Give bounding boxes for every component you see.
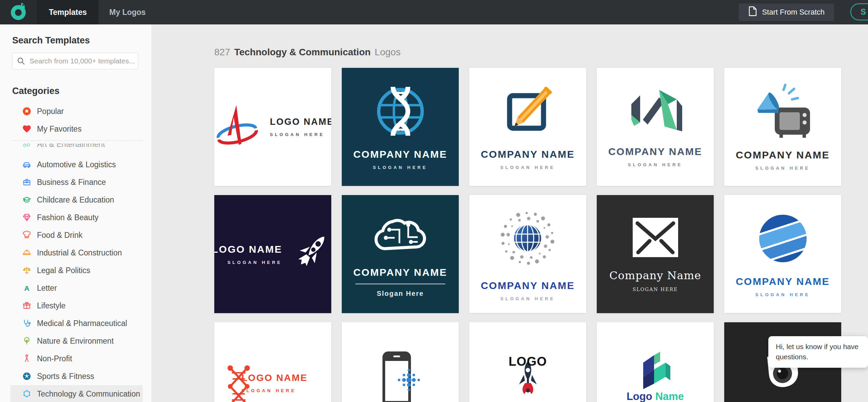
sidebar-item-non-profit[interactable]: Non-Profit (10, 350, 143, 367)
sidebar-item-business-finance[interactable]: Business & Finance (10, 173, 143, 191)
soccer-icon (22, 371, 32, 381)
sidebar-item-label: Industrial & Construction (37, 248, 122, 257)
logo-template-card-9[interactable]: Company NameSLOGAN HERE (597, 195, 714, 313)
sidebar-item-fashion-beauty[interactable]: Fashion & Beauty (10, 209, 143, 226)
logo-title-text: COMPANY NAME (736, 149, 830, 161)
card-layout: LogoNameSLOGAN HERE (597, 322, 714, 402)
sidebar-item-label: Non-Profit (37, 354, 72, 363)
scales-icon (22, 266, 32, 275)
logo-template-card-4[interactable]: COMPANY NAMESLOGAN HERE (597, 68, 714, 186)
sidebar-item-industrial-construction[interactable]: Industrial & Construction (10, 244, 143, 262)
logo-title-text: COMPANY NAME (735, 401, 831, 402)
tab-my-logos[interactable]: My Logos (98, 0, 157, 24)
logo-template-card-8[interactable]: COMPANY NAMESLOGAN HERE (469, 195, 586, 313)
sidebar-item-art-entertainment[interactable]: Art & Entertainment (10, 143, 143, 152)
search-templates-heading: Search Templates (12, 35, 152, 46)
logo-slogan-text: SLOGAN HERE (241, 388, 296, 393)
logo-slogan-text: SLOGAN HERE (270, 132, 324, 137)
megaphone-tv-logo-icon (752, 83, 813, 140)
sign-up-button-partial[interactable]: S (850, 3, 868, 20)
tab-templates[interactable]: Templates (37, 0, 98, 24)
sidebar-item-label: Popular (37, 107, 64, 116)
logo-slogan-text: SLOGAN HERE (500, 165, 555, 170)
dotted-globe-logo-icon (496, 207, 559, 271)
logo-slogan-text: SLOGAN HERE (755, 292, 810, 297)
envelope-logo-icon (630, 216, 681, 260)
logo-template-card-13[interactable]: LOGONAME (469, 322, 586, 402)
card-layout: LOGO NAMESLOGAN HERE (214, 322, 331, 402)
sidebar-item-automotive-logistics[interactable]: Automotive & Logistics (10, 156, 143, 173)
sidebar-item-technology-communication[interactable]: Technology & Communication (10, 385, 143, 402)
sidebar-item-popular[interactable]: Popular (10, 102, 143, 120)
sidebar-item-label: Food & Drink (37, 231, 82, 240)
search-input[interactable] (12, 53, 138, 70)
sidebar-item-label: Legal & Politics (37, 266, 90, 275)
sidebar-item-letter[interactable]: ALetter (10, 279, 143, 297)
title-underline (355, 284, 445, 284)
logo-title-text: COMPANY NAME (736, 276, 830, 287)
logo-template-card-14[interactable]: LogoNameSLOGAN HERE (597, 322, 714, 402)
category-list: PopularMy FavoritesArt & EntertainmentAu… (0, 102, 152, 402)
sidebar-item-label: Technology & Communication (37, 389, 140, 399)
card-layout: LOGONAME (469, 322, 586, 402)
sidebar-item-nature-environment[interactable]: Nature & Environment (10, 332, 143, 350)
logo-title-text: LOGO NAME (241, 372, 308, 383)
logo-template-card-6[interactable]: LOGO NAMESLOGAN HERE (214, 195, 331, 313)
sidebar: Search Templates Categories PopularMy Fa… (0, 24, 152, 402)
card-layout: Company NameSLOGAN HERE (597, 195, 714, 313)
logo-title-word-a: Logo (627, 390, 652, 402)
sidebar-item-label: Business & Finance (37, 178, 106, 187)
logo-title-text: COMPANY NAME (608, 146, 702, 157)
results-category: Technology & Communication (234, 47, 371, 58)
start-from-scratch-button[interactable]: Start From Scratch (739, 3, 834, 21)
logo-template-card-10[interactable]: COMPANY NAMESLOGAN HERE (724, 195, 841, 313)
ribbon-icon (22, 354, 32, 363)
chat-message-bubble[interactable]: Hi, let us know if you have questions. (768, 336, 868, 368)
logo-title-text: LOGO NAME (270, 117, 331, 127)
sidebar-item-legal-politics[interactable]: Legal & Politics (10, 262, 143, 279)
card-text-block: LogoNameSLOGAN HERE (627, 390, 684, 402)
logo-template-card-1[interactable]: LOGO NAMESLOGAN HERE (214, 68, 331, 186)
logo-template-card-11[interactable]: LOGO NAMESLOGAN HERE (214, 322, 331, 402)
logo-template-card-2[interactable]: COMPANY NAMESLOGAN HERE (342, 68, 459, 186)
card-text-block: LOGO NAMESLOGAN HERE (241, 372, 308, 393)
sidebar-item-label: Fashion & Beauty (37, 213, 99, 222)
sidebar-item-label: Medical & Pharmaceutical (37, 319, 127, 328)
card-layout: COMPANY NAMESlogan Here (342, 195, 459, 313)
card-layout: COMPANY NAMESLOGAN HERE (342, 68, 459, 186)
sidebar-item-label: Art & Entertainment (37, 143, 105, 149)
logo-slogan-text: SLOGAN HERE (373, 165, 428, 170)
logo-template-card-5[interactable]: COMPANY NAMESLOGAN HERE (724, 68, 841, 186)
sidebar-item-my-favorites[interactable]: My Favorites (10, 120, 143, 138)
pencil-square-logo-icon (501, 84, 555, 140)
logo-template-card-7[interactable]: COMPANY NAMESlogan Here (342, 195, 459, 313)
gift-icon (22, 301, 32, 310)
logo-template-card-12[interactable] (342, 322, 459, 402)
dna-globe-logo-icon (373, 84, 428, 140)
search-box (12, 53, 138, 70)
logo-title-text: Company Name (609, 269, 701, 282)
sidebar-item-sports-fitness[interactable]: Sports & Fitness (10, 367, 143, 385)
logo-slogan-text: SLOGAN HERE (228, 260, 282, 265)
logo-title-text: COMPANY NAME (353, 149, 447, 160)
logo-slogan-text: SLOGAN HERE (500, 296, 555, 301)
sidebar-item-food-drink[interactable]: Food & Drink (10, 226, 143, 244)
card-layout: COMPANY NAMESLOGAN HERE (724, 195, 841, 313)
logo-title-word-b: Name (655, 390, 684, 402)
card-layout: COMPANY NAMESLOGAN HERE (724, 68, 841, 186)
brand-logo[interactable] (0, 0, 37, 24)
phone-dots-logo-icon (372, 350, 428, 402)
heart-icon (22, 124, 32, 134)
sidebar-item-lifestyle[interactable]: Lifestyle (10, 297, 143, 314)
hard-hat-icon (22, 248, 32, 257)
cube-arrow-logo-icon (640, 351, 670, 390)
search-icon (17, 57, 25, 67)
svg-text:A: A (24, 284, 29, 292)
card-layout (342, 322, 459, 402)
logo-template-card-3[interactable]: COMPANY NAMESLOGAN HERE (469, 68, 586, 186)
sidebar-item-medical-pharmaceutical[interactable]: Medical & Pharmaceutical (10, 314, 143, 332)
star-badge-icon (22, 107, 32, 116)
circuit-cloud-logo-icon (368, 211, 433, 258)
sidebar-item-label: Nature & Environment (37, 337, 114, 346)
sidebar-item-childcare-education[interactable]: Childcare & Education (10, 191, 143, 209)
